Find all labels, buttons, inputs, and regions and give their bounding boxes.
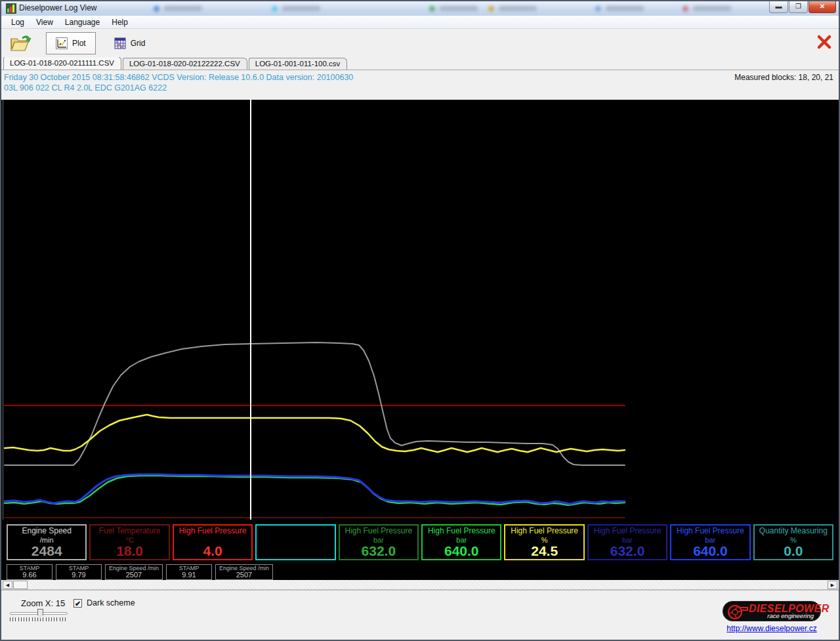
channel-unit: bar xyxy=(671,536,749,544)
menu-help[interactable]: Help xyxy=(106,16,134,28)
channel-unit xyxy=(257,536,334,544)
channel-value: 2484 xyxy=(8,544,85,558)
website-link[interactable]: http://www.dieselpower.cz xyxy=(719,624,824,633)
horizontal-scrollbar[interactable]: ◀ ▶ xyxy=(1,580,839,590)
stamp-box-3[interactable]: Engine Speed /min2507 xyxy=(105,564,163,580)
bottom-panel: Zoom X: 15 ✔ Dark scheme DIESELPOWER rac… xyxy=(1,590,839,640)
file-tab-3[interactable]: LOG-01-001-011-100.csv xyxy=(249,58,348,70)
stamp-value: 2507 xyxy=(106,571,162,579)
channel-unit xyxy=(174,536,251,544)
channel-value: 632.0 xyxy=(589,544,666,558)
channel-title: High Fuel Pressure xyxy=(174,527,251,535)
stamp-box-4[interactable]: STAMP9.91 xyxy=(166,564,212,580)
channel-box-2[interactable]: Fuel Temperature°C18.0 xyxy=(89,524,169,560)
file-tab-2[interactable]: LOG-01-018-020-02122222.CSV xyxy=(123,58,247,70)
stamp-value: 9.66 xyxy=(7,571,52,579)
minimize-button[interactable]: ▬ xyxy=(769,1,788,13)
menu-language[interactable]: Language xyxy=(59,16,106,28)
channel-box-9[interactable]: High Fuel Pressurebar640.0 xyxy=(670,524,750,560)
turbo-icon xyxy=(726,604,749,620)
channel-value: 4.0 xyxy=(174,544,251,558)
channel-value: 18.0 xyxy=(91,544,168,558)
open-file-button[interactable] xyxy=(9,33,32,53)
app-window: Dieselpower Log View ▬ ❐ ✕ LogViewLangua… xyxy=(0,0,840,641)
channel-box-5[interactable]: High Fuel Pressurebar632.0 xyxy=(339,524,419,560)
channel-title: Engine Speed xyxy=(8,527,85,535)
channel-box-1[interactable]: Engine Speed/min2484 xyxy=(7,524,87,560)
titlebar: Dieselpower Log View ▬ ❐ ✕ xyxy=(1,1,839,16)
plot-region: Engine Speed/min2484Fuel Temperature°C18… xyxy=(1,100,839,580)
channel-title: High Fuel Pressure xyxy=(505,527,583,535)
measured-blocks: Measured blocks: 18, 20, 21 xyxy=(734,73,833,82)
channel-title: High Fuel Pressure xyxy=(423,527,500,535)
grid-icon xyxy=(114,37,126,49)
grid-button-label: Grid xyxy=(131,39,146,48)
stamp-box-5[interactable]: Engine Speed /min2507 xyxy=(215,564,273,580)
scroll-right-button[interactable]: ▶ xyxy=(828,581,837,589)
stamp-value: 9.79 xyxy=(56,571,101,579)
channel-unit: bar xyxy=(589,536,666,544)
exit-button[interactable] xyxy=(816,34,832,50)
close-button[interactable]: ✕ xyxy=(808,1,836,13)
tabstrip: LOG-01-018-020-0211111.CSVLOG-01-018-020… xyxy=(1,57,839,70)
titlebar-background-tabs xyxy=(1,1,839,16)
stamp-box-row: STAMP9.66STAMP9.79Engine Speed /min2507S… xyxy=(1,564,839,580)
channel-unit: bar xyxy=(423,536,500,544)
plot-button-label: Plot xyxy=(72,39,86,48)
stamp-box-1[interactable]: STAMP9.66 xyxy=(7,564,52,580)
channel-box-10[interactable]: Quantity Measuring%0.0 xyxy=(753,524,833,560)
channel-unit: °C xyxy=(91,536,168,544)
menubar: LogViewLanguageHelp xyxy=(1,16,839,29)
file-tab-1[interactable]: LOG-01-018-020-0211111.CSV xyxy=(3,56,121,70)
channel-value: 640.0 xyxy=(423,544,500,558)
channel-unit: % xyxy=(755,536,832,544)
log-header-line2: 03L 906 022 CL R4 2.0L EDC G201AG 6222 xyxy=(4,83,839,93)
stamp-value: 2507 xyxy=(216,571,272,579)
window-title: Dieselpower Log View xyxy=(19,3,97,12)
channel-box-row: Engine Speed/min2484Fuel Temperature°C18… xyxy=(1,520,839,564)
channel-title: High Fuel Pressure xyxy=(589,527,666,535)
channel-unit: /min xyxy=(8,536,85,544)
dieselpower-logo: DIESELPOWER race engineering xyxy=(723,601,821,621)
app-icon xyxy=(6,3,16,14)
plot-canvas[interactable] xyxy=(1,100,839,520)
channel-title: High Fuel Pressure xyxy=(340,527,417,535)
toolbar: Plot Grid xyxy=(1,29,839,57)
zoom-x-label: Zoom X: 15 xyxy=(21,598,65,608)
menu-log[interactable]: Log xyxy=(5,16,30,28)
stamp-value: 9.91 xyxy=(167,571,211,579)
grid-view-button[interactable]: Grid xyxy=(105,32,155,54)
channel-title: Quantity Measuring xyxy=(755,527,832,535)
channel-title xyxy=(257,527,334,535)
menu-view[interactable]: View xyxy=(30,16,59,28)
channel-title: High Fuel Pressure xyxy=(671,527,749,535)
channel-value: 24.5 xyxy=(505,544,583,558)
channel-value: 640.0 xyxy=(671,544,749,558)
channel-value xyxy=(257,544,334,558)
channel-title: Fuel Temperature xyxy=(91,527,168,535)
channel-unit: bar xyxy=(340,536,417,544)
channel-box-6[interactable]: High Fuel Pressurebar640.0 xyxy=(421,524,501,560)
infobar: Friday 30 October 2015 08:31:58:46862 VC… xyxy=(1,70,839,100)
dark-scheme-checkbox[interactable]: ✔ xyxy=(74,599,82,608)
channel-value: 632.0 xyxy=(340,544,417,558)
scroll-left-button[interactable]: ◀ xyxy=(3,581,12,589)
stamp-box-2[interactable]: STAMP9.79 xyxy=(56,564,102,580)
log-header-line1: Friday 30 October 2015 08:31:58:46862 VC… xyxy=(4,72,839,83)
series-engine-speed-gray xyxy=(5,342,625,465)
channel-box-3[interactable]: High Fuel Pressure 4.0 xyxy=(173,524,253,560)
plot-view-button[interactable]: Plot xyxy=(46,32,96,54)
slider-ticks xyxy=(10,617,68,621)
logo-subtitle-text: race engineering xyxy=(767,612,814,619)
channel-box-8[interactable]: High Fuel Pressurebar632.0 xyxy=(587,524,667,560)
zoom-x-slider[interactable] xyxy=(10,612,68,621)
channel-value: 0.0 xyxy=(755,544,832,558)
channel-unit: % xyxy=(505,536,583,544)
channel-box-7[interactable]: High Fuel Pressure%24.5 xyxy=(504,524,584,560)
dark-scheme-label: Dark scheme xyxy=(87,598,135,608)
scrollbar-thumb[interactable] xyxy=(13,581,28,589)
channel-box-4[interactable] xyxy=(255,524,335,560)
restore-button[interactable]: ❐ xyxy=(789,1,808,13)
plot-icon xyxy=(56,37,68,49)
